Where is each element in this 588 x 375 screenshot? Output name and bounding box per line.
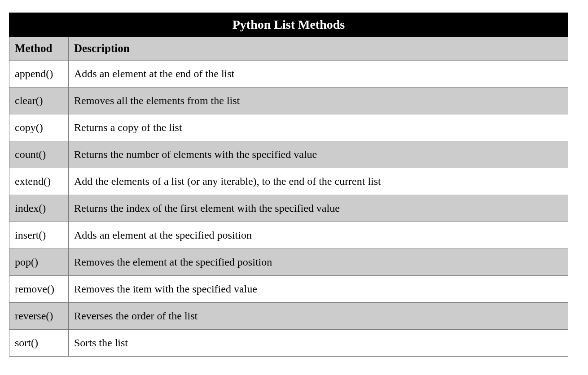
title-row: Python List Methods — [9, 13, 568, 37]
method-cell: extend() — [9, 168, 69, 195]
table-row: pop() Removes the element at the specifi… — [9, 249, 568, 276]
description-cell: Removes the element at the specified pos… — [69, 249, 568, 276]
method-cell: append() — [9, 61, 69, 87]
description-cell: Adds an element at the specified positio… — [69, 222, 568, 249]
description-cell: Removes all the elements from the list — [69, 87, 568, 114]
table-row: insert() Adds an element at the specifie… — [9, 222, 568, 249]
header-method: Method — [9, 37, 69, 61]
description-cell: Returns the number of elements with the … — [69, 141, 568, 168]
table-row: index() Returns the index of the first e… — [9, 195, 568, 222]
method-cell: remove() — [9, 276, 69, 303]
description-cell: Removes the item with the specified valu… — [69, 276, 568, 303]
method-cell: index() — [9, 195, 69, 222]
method-cell: clear() — [9, 87, 69, 114]
method-cell: insert() — [9, 222, 69, 249]
table-row: remove() Removes the item with the speci… — [9, 276, 568, 303]
header-row: Method Description — [9, 37, 568, 61]
description-cell: Add the elements of a list (or any itera… — [69, 168, 568, 195]
method-cell: copy() — [9, 114, 69, 141]
table-row: sort() Sorts the list — [9, 330, 568, 357]
description-cell: Sorts the list — [69, 330, 568, 357]
table-row: copy() Returns a copy of the list — [9, 114, 568, 141]
method-cell: reverse() — [9, 303, 69, 330]
header-description: Description — [69, 37, 568, 61]
method-cell: sort() — [9, 330, 69, 357]
description-cell: Returns the index of the first element w… — [69, 195, 568, 222]
methods-table: Python List Methods Method Description a… — [9, 13, 568, 357]
method-cell: count() — [9, 141, 69, 168]
table-row: count() Returns the number of elements w… — [9, 141, 568, 168]
table-row: append() Adds an element at the end of t… — [9, 61, 568, 87]
method-cell: pop() — [9, 249, 69, 276]
description-cell: Reverses the order of the list — [69, 303, 568, 330]
description-cell: Returns a copy of the list — [69, 114, 568, 141]
table-row: reverse() Reverses the order of the list — [9, 303, 568, 330]
table-row: extend() Add the elements of a list (or … — [9, 168, 568, 195]
description-cell: Adds an element at the end of the list — [69, 61, 568, 87]
table-title: Python List Methods — [9, 13, 568, 37]
table-row: clear() Removes all the elements from th… — [9, 87, 568, 114]
